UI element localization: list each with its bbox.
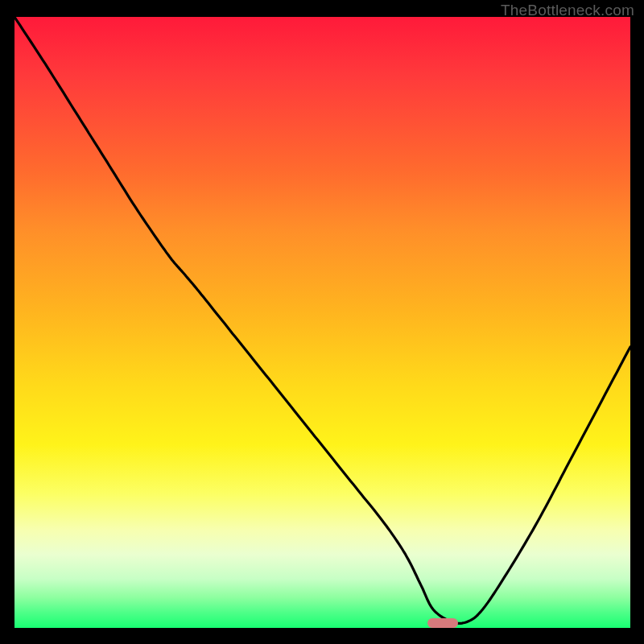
bottleneck-curve — [14, 17, 630, 628]
watermark-text: TheBottleneck.com — [501, 2, 634, 19]
optimum-marker — [427, 618, 458, 628]
chart-frame: TheBottleneck.com — [0, 0, 644, 644]
plot-area — [14, 17, 630, 628]
